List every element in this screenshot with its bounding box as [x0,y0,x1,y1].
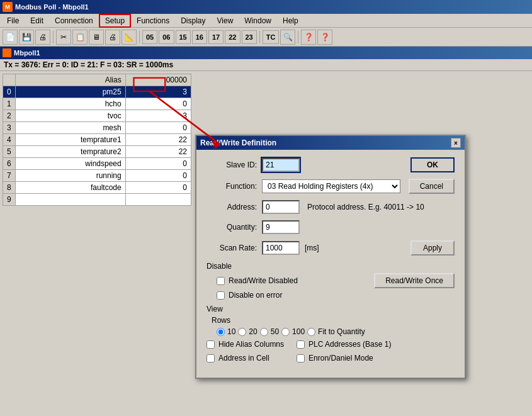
help2-button[interactable]: ❓ [317,30,332,45]
dialog-title: Read/Write Definition [200,138,276,147]
row-index: 1 [3,98,16,110]
dialog-close-button[interactable]: × [451,138,461,148]
hide-alias-checkbox[interactable] [207,340,215,349]
row-alias: running [16,170,126,182]
menu-edit[interactable]: Edit [25,14,49,27]
display-button[interactable]: 🖥 [89,30,104,45]
menu-functions[interactable]: Functions [131,14,175,27]
connect-button[interactable]: 📐 [122,30,137,45]
rw-disabled-checkbox[interactable] [217,277,225,285]
table-row[interactable]: 3 mesh 0 [3,122,191,134]
fc23-button[interactable]: 23 [242,30,257,44]
app-title: Modbus Poll - Mbpoll1 [15,3,89,11]
address-input[interactable] [262,200,300,214]
slave-id-row: Slave ID: OK [207,157,455,172]
table-row[interactable]: 4 temprature1 22 [3,134,191,146]
row-alias: temprature2 [16,146,126,158]
enron-daniel-checkbox[interactable] [297,354,305,363]
row-index: 7 [3,170,16,182]
row-index: 0 [3,86,16,98]
fc06-button[interactable]: 06 [159,30,174,44]
fc15-button[interactable]: 15 [176,30,191,44]
cancel-button[interactable]: Cancel [409,179,455,194]
fc17-button[interactable]: 17 [208,30,224,44]
menu-bar: File Edit Connection Setup Functions Dis… [0,14,532,28]
rows-section-label: Rows [212,316,455,325]
menu-window[interactable]: Window [239,14,277,27]
menu-file[interactable]: File [1,14,25,27]
table-row[interactable]: 6 windspeed 0 [3,158,191,170]
row-value: 0 [125,170,191,182]
quantity-input[interactable] [262,220,300,234]
rows-20-radio[interactable] [238,328,246,336]
search-button[interactable]: 🔍 [280,30,295,45]
address-hint: Protocol address. E.g. 40011 -> 10 [307,203,424,211]
rows-50-radio[interactable] [260,328,268,336]
menu-help[interactable]: Help [277,14,304,27]
address-row: Address: Protocol address. E.g. 40011 ->… [207,200,455,214]
row-value: 0 [125,182,191,194]
row-index: 2 [3,110,16,122]
menu-display[interactable]: Display [175,14,211,27]
rows-100-label: 100 [292,327,305,336]
rows-10-label: 10 [227,327,235,336]
fc05-button[interactable]: 05 [142,30,157,44]
ms-label: [ms] [305,244,319,252]
sep3 [259,31,260,43]
quantity-row: Quantity: [207,220,455,234]
cut-button[interactable]: ✂ [56,30,71,45]
menu-view[interactable]: View [212,14,239,27]
row-value: 22 [125,146,191,158]
menu-setup[interactable]: Setup [99,14,131,28]
status-bar: Tx = 3676: Err = 0: ID = 21: F = 03: SR … [0,59,532,71]
function-row: Function: 01 Read Coils (0x)02 Read Disc… [207,179,455,194]
print2-button[interactable]: 🖨 [105,30,120,45]
slave-id-input[interactable] [262,158,300,172]
rows-fit-radio[interactable] [307,328,315,336]
hide-alias-label: Hide Alias Columns [218,340,284,349]
disable-error-checkbox[interactable] [217,291,225,300]
disable-error-label: Disable on error [229,291,282,300]
rw-disabled-row: Read/Write Disabled Read/Write Once [217,273,455,288]
tc-button[interactable]: TC [263,30,280,44]
fc22-button[interactable]: 22 [225,30,240,44]
row-alias: mesh [16,122,126,134]
slave-id-label: Slave ID: [207,160,257,169]
table-row[interactable]: 7 running 0 [3,170,191,182]
apply-button[interactable]: Apply [410,240,455,256]
row-alias: temprature1 [16,134,126,146]
read-write-once-button[interactable]: Read/Write Once [374,273,455,288]
table-row[interactable]: 1 hcho 0 [3,98,191,110]
scan-rate-input[interactable] [262,241,300,255]
row-alias: pm25 [16,86,126,98]
disable-error-row: Disable on error [217,291,455,300]
print-button[interactable]: 🖨 [35,30,50,45]
help1-button[interactable]: ❓ [301,30,316,45]
view-section-label: View [207,305,455,313]
new-button[interactable]: 📄 [3,30,18,45]
table-row[interactable]: 0 pm25 3 [3,86,191,98]
rows-100-radio[interactable] [281,328,290,336]
function-select[interactable]: 01 Read Coils (0x)02 Read Discrete Input… [262,179,400,193]
ok-button[interactable]: OK [410,157,455,172]
title-bar: M Modbus Poll - Mbpoll1 [0,0,532,14]
left-checkboxes: Hide Alias Columns Address in Cell [207,340,284,365]
row-value [125,194,191,206]
table-row[interactable]: 2 tvoc 3 [3,110,191,122]
address-in-cell-checkbox[interactable] [207,354,215,363]
paste-button[interactable]: 📋 [72,30,88,45]
dialog-content: Slave ID: OK Function: 01 Read Coils (0x… [196,150,465,378]
plc-addresses-checkbox[interactable] [297,340,305,349]
table-row[interactable]: 5 temprature2 22 [3,146,191,158]
row-index: 3 [3,122,16,134]
table-row[interactable]: 8 faultcode 0 [3,182,191,194]
data-table: Alias 00000 0 pm25 3 1 hcho 0 2 tvoc 3 3… [3,74,191,206]
table-row[interactable]: 9 [3,194,191,206]
save-button[interactable]: 💾 [19,30,34,45]
menu-connection[interactable]: Connection [49,14,99,27]
rows-10-radio[interactable] [217,328,225,336]
function-label: Function: [207,182,257,191]
quantity-label: Quantity: [207,223,257,232]
row-value: 0 [125,122,191,134]
fc16-button[interactable]: 16 [192,30,207,44]
